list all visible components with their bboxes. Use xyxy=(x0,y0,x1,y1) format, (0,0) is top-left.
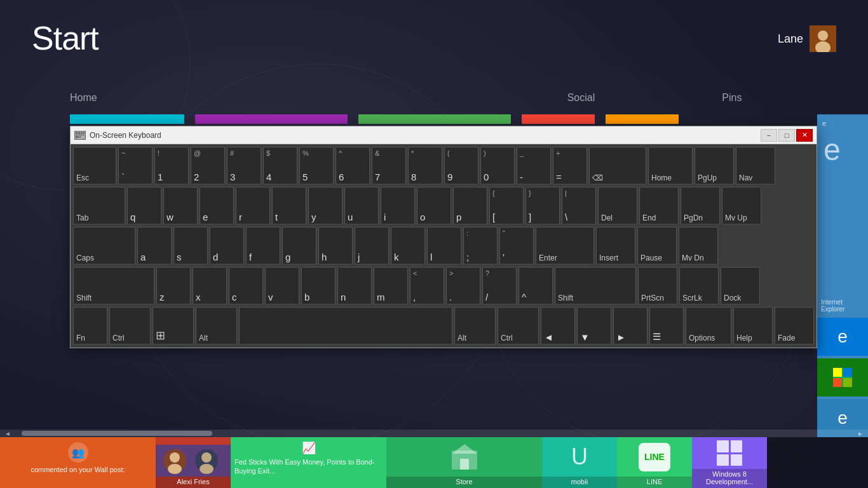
key-2[interactable]: @ 2 xyxy=(191,147,225,185)
key-backtick[interactable]: ~ ` xyxy=(118,147,153,185)
key-q[interactable]: q xyxy=(127,187,161,225)
key-space[interactable] xyxy=(239,307,452,345)
key-4[interactable]: $ 4 xyxy=(263,147,297,185)
key-ctrl-left[interactable]: Ctrl xyxy=(109,307,151,345)
key-8[interactable]: * 8 xyxy=(408,147,442,185)
maximize-button[interactable]: □ xyxy=(778,129,795,142)
key-del[interactable]: Del xyxy=(598,187,637,225)
key-r[interactable]: r xyxy=(236,187,270,225)
key-caps[interactable]: Caps xyxy=(73,227,135,265)
key-9[interactable]: ( 9 xyxy=(444,147,478,185)
key-bracket-close[interactable]: } ] xyxy=(526,187,560,225)
key-tab[interactable]: Tab xyxy=(73,187,125,225)
key-backspace[interactable]: ⌫ xyxy=(589,147,646,185)
key-esc[interactable]: Esc xyxy=(73,147,116,185)
key-p[interactable]: p xyxy=(453,187,487,225)
key-comma[interactable]: < , xyxy=(410,267,444,305)
key-ctrl-right[interactable]: Ctrl xyxy=(498,307,539,345)
key-h[interactable]: h xyxy=(318,227,353,265)
key-minus[interactable]: _ - xyxy=(517,147,551,185)
news-headline: Fed Sticks With Easy Money, Points to Bo… xyxy=(234,458,383,476)
key-z[interactable]: z xyxy=(156,267,191,305)
key-s[interactable]: s xyxy=(173,227,208,265)
key-m[interactable]: m xyxy=(374,267,408,305)
key-up-arrow[interactable]: ^ xyxy=(519,267,553,305)
key-help[interactable]: Help xyxy=(733,307,773,345)
key-equals[interactable]: + = xyxy=(553,147,587,185)
key-c[interactable]: c xyxy=(229,267,263,305)
tile-win8[interactable]: Windows 8 Development... xyxy=(692,437,767,488)
key-enter[interactable]: Enter xyxy=(536,227,594,265)
key-7[interactable]: & 7 xyxy=(372,147,406,185)
social-label: Social xyxy=(567,92,595,104)
minimize-button[interactable]: − xyxy=(761,129,777,142)
key-right-arrow[interactable]: ► xyxy=(613,307,648,345)
avatar[interactable] xyxy=(810,25,836,52)
key-insert[interactable]: Insert xyxy=(596,227,635,265)
key-v[interactable]: v xyxy=(265,267,299,305)
key-j[interactable]: j xyxy=(355,227,389,265)
key-0[interactable]: ) 0 xyxy=(480,147,515,185)
key-down-arrow[interactable]: ▼ xyxy=(577,307,611,345)
scroll-right-arrow[interactable]: ► xyxy=(853,430,868,437)
tile-preview-3 xyxy=(358,114,511,124)
key-mvup[interactable]: Mv Up xyxy=(722,187,761,225)
key-k[interactable]: k xyxy=(391,227,425,265)
scroll-left-arrow[interactable]: ◄ xyxy=(0,430,15,437)
key-alt-right[interactable]: Alt xyxy=(454,307,496,345)
key-semicolon[interactable]: : ; xyxy=(463,227,498,265)
key-w[interactable]: w xyxy=(163,187,198,225)
key-6[interactable]: ^ 6 xyxy=(336,147,370,185)
key-pgup[interactable]: PgUp xyxy=(695,147,734,185)
key-shift-left[interactable]: Shift xyxy=(73,267,154,305)
key-shift-right[interactable]: Shift xyxy=(555,267,636,305)
scrollbar-thumb[interactable] xyxy=(22,431,212,436)
tile-line[interactable]: LINE LINE xyxy=(617,437,692,488)
close-button[interactable]: ✕ xyxy=(796,129,813,142)
key-prtscn[interactable]: PrtScn xyxy=(638,267,677,305)
key-fade[interactable]: Fade xyxy=(775,307,814,345)
key-x[interactable]: x xyxy=(193,267,227,305)
tile-news[interactable]: 📈 Fed Sticks With Easy Money, Points to … xyxy=(231,437,386,488)
key-mvdn[interactable]: Mv Dn xyxy=(679,227,718,265)
key-e[interactable]: e xyxy=(200,187,234,225)
key-slash[interactable]: ? / xyxy=(482,267,517,305)
win8-label: Windows 8 Development... xyxy=(692,469,767,488)
key-3[interactable]: # 3 xyxy=(227,147,261,185)
key-g[interactable]: g xyxy=(282,227,316,265)
key-bracket-open[interactable]: { [ xyxy=(489,187,524,225)
key-fn[interactable]: Fn xyxy=(73,307,107,345)
key-t[interactable]: t xyxy=(272,187,306,225)
key-end[interactable]: End xyxy=(639,187,679,225)
key-dock[interactable]: Dock xyxy=(721,267,760,305)
key-backslash[interactable]: | \ xyxy=(562,187,596,225)
key-l[interactable]: l xyxy=(427,227,461,265)
key-home[interactable]: Home xyxy=(648,147,693,185)
key-left-arrow[interactable]: ◄ xyxy=(541,307,575,345)
key-5[interactable]: % 5 xyxy=(299,147,334,185)
key-i[interactable]: i xyxy=(381,187,415,225)
key-1[interactable]: ! 1 xyxy=(154,147,189,185)
tile-person[interactable]: Alexi Fries xyxy=(156,437,231,488)
key-n[interactable]: n xyxy=(337,267,372,305)
key-pgdn[interactable]: PgDn xyxy=(681,187,720,225)
key-o[interactable]: o xyxy=(417,187,451,225)
key-scrlk[interactable]: ScrLk xyxy=(679,267,719,305)
key-menu[interactable]: ☰ xyxy=(649,307,684,345)
tile-mobli[interactable]: U mobli xyxy=(542,437,617,488)
key-f[interactable]: f xyxy=(246,227,280,265)
key-options[interactable]: Options xyxy=(686,307,731,345)
tile-facebook-notification[interactable]: 👥 commented on your Wall post: xyxy=(0,437,156,488)
key-quote[interactable]: " ' xyxy=(499,227,534,265)
key-alt-left[interactable]: Alt xyxy=(196,307,237,345)
key-y[interactable]: y xyxy=(308,187,342,225)
key-win[interactable]: ⊞ xyxy=(153,307,194,345)
key-nav[interactable]: Nav xyxy=(736,147,775,185)
key-d[interactable]: d xyxy=(210,227,244,265)
key-u[interactable]: u xyxy=(344,187,379,225)
key-period[interactable]: > . xyxy=(446,267,480,305)
key-pause[interactable]: Pause xyxy=(637,227,677,265)
key-b[interactable]: b xyxy=(301,267,336,305)
tile-store[interactable]: Store xyxy=(386,437,542,488)
key-a[interactable]: a xyxy=(137,227,172,265)
